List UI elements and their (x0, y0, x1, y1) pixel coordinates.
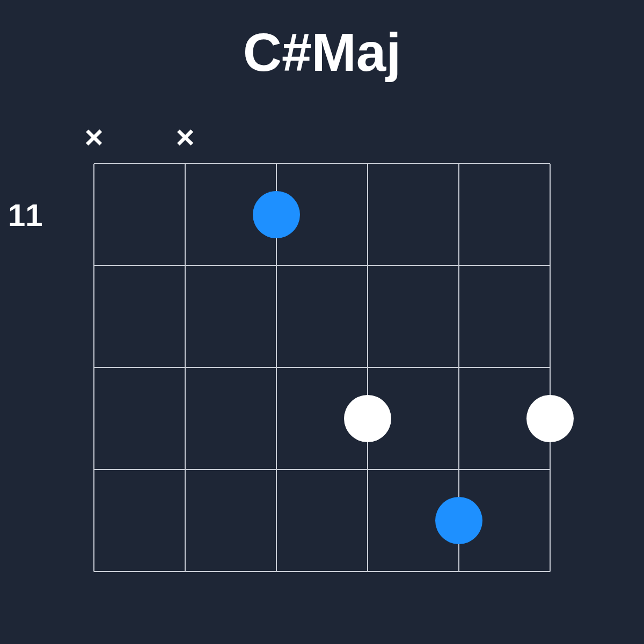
starting-fret-label: 11 (8, 197, 43, 233)
chord-diagram: 11 ×× (67, 115, 577, 582)
root-note-dot (435, 497, 482, 544)
note-dot (344, 395, 391, 442)
note-dot (526, 395, 574, 442)
muted-string-marker: × (175, 119, 194, 155)
root-note-dot (253, 191, 300, 238)
chord-title: C#Maj (243, 21, 401, 83)
muted-string-marker: × (84, 119, 103, 155)
fretboard-svg: ×× (67, 115, 577, 582)
